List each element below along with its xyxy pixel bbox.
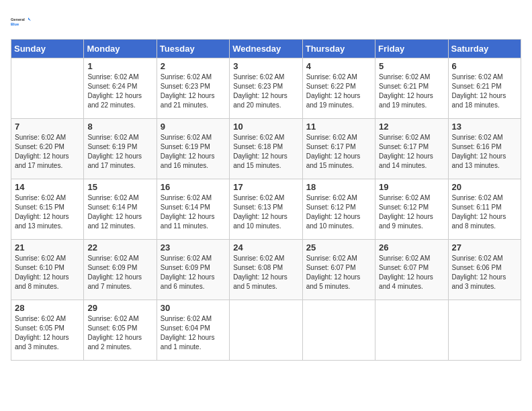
day-number: 20 <box>452 182 517 192</box>
day-info: Sunrise: 6:02 AM Sunset: 6:06 PM Dayligh… <box>452 254 517 291</box>
day-info: Sunrise: 6:02 AM Sunset: 6:21 PM Dayligh… <box>452 73 517 110</box>
calendar-cell: 4Sunrise: 6:02 AM Sunset: 6:22 PM Daylig… <box>302 58 375 119</box>
day-number: 6 <box>452 61 517 71</box>
day-number: 2 <box>161 61 226 71</box>
day-number: 13 <box>452 122 517 132</box>
day-number: 22 <box>87 242 152 253</box>
calendar-cell: 8Sunrise: 6:02 AM Sunset: 6:19 PM Daylig… <box>84 119 157 179</box>
day-number: 17 <box>233 182 298 192</box>
day-info: Sunrise: 6:02 AM Sunset: 6:16 PM Dayligh… <box>452 133 517 171</box>
day-number: 1 <box>87 61 152 71</box>
calendar-cell: 17Sunrise: 6:02 AM Sunset: 6:13 PM Dayli… <box>230 179 302 240</box>
day-number: 28 <box>15 303 80 313</box>
day-info: Sunrise: 6:02 AM Sunset: 6:11 PM Dayligh… <box>452 193 517 231</box>
day-info: Sunrise: 6:02 AM Sunset: 6:14 PM Dayligh… <box>87 193 152 231</box>
day-number: 25 <box>306 242 371 253</box>
calendar-cell: 2Sunrise: 6:02 AM Sunset: 6:23 PM Daylig… <box>157 58 229 119</box>
day-info: Sunrise: 6:02 AM Sunset: 6:08 PM Dayligh… <box>233 254 298 291</box>
day-number: 30 <box>161 303 226 313</box>
calendar-cell: 21Sunrise: 6:02 AM Sunset: 6:10 PM Dayli… <box>11 240 84 300</box>
day-number: 18 <box>306 182 371 192</box>
svg-marker-2 <box>28 17 31 21</box>
day-number: 10 <box>233 122 298 132</box>
calendar-cell <box>302 300 375 361</box>
logo: GeneralBlue <box>11 11 32 32</box>
calendar-cell: 25Sunrise: 6:02 AM Sunset: 6:07 PM Dayli… <box>302 240 375 300</box>
day-number: 14 <box>15 182 80 192</box>
day-number: 9 <box>161 122 226 132</box>
day-number: 16 <box>161 182 226 192</box>
calendar-cell: 20Sunrise: 6:02 AM Sunset: 6:11 PM Dayli… <box>448 179 521 240</box>
weekday-header-wednesday: Wednesday <box>230 40 302 58</box>
day-info: Sunrise: 6:02 AM Sunset: 6:12 PM Dayligh… <box>306 193 371 231</box>
weekday-header-friday: Friday <box>375 40 448 58</box>
day-info: Sunrise: 6:02 AM Sunset: 6:05 PM Dayligh… <box>15 314 80 352</box>
day-info: Sunrise: 6:02 AM Sunset: 6:21 PM Dayligh… <box>379 73 444 110</box>
day-info: Sunrise: 6:02 AM Sunset: 6:09 PM Dayligh… <box>87 254 152 291</box>
week-row-5: 28Sunrise: 6:02 AM Sunset: 6:05 PM Dayli… <box>11 300 521 361</box>
calendar-cell: 27Sunrise: 6:02 AM Sunset: 6:06 PM Dayli… <box>448 240 521 300</box>
day-info: Sunrise: 6:02 AM Sunset: 6:17 PM Dayligh… <box>306 133 371 171</box>
day-info: Sunrise: 6:02 AM Sunset: 6:20 PM Dayligh… <box>15 133 80 171</box>
calendar-cell: 1Sunrise: 6:02 AM Sunset: 6:24 PM Daylig… <box>84 58 157 119</box>
calendar-cell: 3Sunrise: 6:02 AM Sunset: 6:23 PM Daylig… <box>230 58 302 119</box>
calendar-cell <box>448 300 521 361</box>
day-number: 23 <box>161 242 226 253</box>
day-number: 5 <box>379 61 444 71</box>
logo-icon: GeneralBlue <box>11 11 32 32</box>
day-number: 12 <box>379 122 444 132</box>
calendar-cell: 28Sunrise: 6:02 AM Sunset: 6:05 PM Dayli… <box>11 300 84 361</box>
calendar-cell: 23Sunrise: 6:02 AM Sunset: 6:09 PM Dayli… <box>157 240 229 300</box>
weekday-header-sunday: Sunday <box>11 40 84 58</box>
calendar-cell: 7Sunrise: 6:02 AM Sunset: 6:20 PM Daylig… <box>11 119 84 179</box>
calendar-cell: 18Sunrise: 6:02 AM Sunset: 6:12 PM Dayli… <box>302 179 375 240</box>
page-header: GeneralBlue <box>11 11 521 32</box>
day-info: Sunrise: 6:02 AM Sunset: 6:19 PM Dayligh… <box>87 133 152 171</box>
weekday-header-row: SundayMondayTuesdayWednesdayThursdayFrid… <box>11 40 521 58</box>
svg-text:General: General <box>11 17 25 21</box>
day-info: Sunrise: 6:02 AM Sunset: 6:23 PM Dayligh… <box>161 73 226 110</box>
calendar-cell: 12Sunrise: 6:02 AM Sunset: 6:17 PM Dayli… <box>375 119 448 179</box>
calendar-cell <box>375 300 448 361</box>
calendar-cell: 30Sunrise: 6:02 AM Sunset: 6:04 PM Dayli… <box>157 300 229 361</box>
day-number: 21 <box>15 242 80 253</box>
week-row-4: 21Sunrise: 6:02 AM Sunset: 6:10 PM Dayli… <box>11 240 521 300</box>
weekday-header-tuesday: Tuesday <box>157 40 229 58</box>
day-info: Sunrise: 6:02 AM Sunset: 6:18 PM Dayligh… <box>233 133 298 171</box>
calendar-cell <box>11 58 84 119</box>
day-info: Sunrise: 6:02 AM Sunset: 6:19 PM Dayligh… <box>161 133 226 171</box>
day-number: 29 <box>87 303 152 313</box>
calendar-cell: 9Sunrise: 6:02 AM Sunset: 6:19 PM Daylig… <box>157 119 229 179</box>
day-number: 15 <box>87 182 152 192</box>
calendar-cell: 26Sunrise: 6:02 AM Sunset: 6:07 PM Dayli… <box>375 240 448 300</box>
day-number: 19 <box>379 182 444 192</box>
calendar-cell <box>230 300 302 361</box>
calendar-cell: 5Sunrise: 6:02 AM Sunset: 6:21 PM Daylig… <box>375 58 448 119</box>
calendar-cell: 6Sunrise: 6:02 AM Sunset: 6:21 PM Daylig… <box>448 58 521 119</box>
day-info: Sunrise: 6:02 AM Sunset: 6:12 PM Dayligh… <box>379 193 444 231</box>
weekday-header-saturday: Saturday <box>448 40 521 58</box>
calendar-cell: 10Sunrise: 6:02 AM Sunset: 6:18 PM Dayli… <box>230 119 302 179</box>
calendar-cell: 16Sunrise: 6:02 AM Sunset: 6:14 PM Dayli… <box>157 179 229 240</box>
day-number: 8 <box>87 122 152 132</box>
day-info: Sunrise: 6:02 AM Sunset: 6:17 PM Dayligh… <box>379 133 444 171</box>
calendar-cell: 13Sunrise: 6:02 AM Sunset: 6:16 PM Dayli… <box>448 119 521 179</box>
week-row-2: 7Sunrise: 6:02 AM Sunset: 6:20 PM Daylig… <box>11 119 521 179</box>
calendar-table: SundayMondayTuesdayWednesdayThursdayFrid… <box>11 39 521 361</box>
day-info: Sunrise: 6:02 AM Sunset: 6:13 PM Dayligh… <box>233 193 298 231</box>
day-info: Sunrise: 6:02 AM Sunset: 6:04 PM Dayligh… <box>161 314 226 352</box>
weekday-header-thursday: Thursday <box>302 40 375 58</box>
day-info: Sunrise: 6:02 AM Sunset: 6:15 PM Dayligh… <box>15 193 80 231</box>
day-number: 24 <box>233 242 298 253</box>
calendar-cell: 14Sunrise: 6:02 AM Sunset: 6:15 PM Dayli… <box>11 179 84 240</box>
day-info: Sunrise: 6:02 AM Sunset: 6:22 PM Dayligh… <box>306 73 371 110</box>
day-info: Sunrise: 6:02 AM Sunset: 6:09 PM Dayligh… <box>161 254 226 291</box>
day-number: 4 <box>306 61 371 71</box>
day-info: Sunrise: 6:02 AM Sunset: 6:10 PM Dayligh… <box>15 254 80 291</box>
day-info: Sunrise: 6:02 AM Sunset: 6:14 PM Dayligh… <box>161 193 226 231</box>
calendar-cell: 22Sunrise: 6:02 AM Sunset: 6:09 PM Dayli… <box>84 240 157 300</box>
calendar-cell: 24Sunrise: 6:02 AM Sunset: 6:08 PM Dayli… <box>230 240 302 300</box>
day-number: 27 <box>452 242 517 253</box>
week-row-3: 14Sunrise: 6:02 AM Sunset: 6:15 PM Dayli… <box>11 179 521 240</box>
calendar-cell: 29Sunrise: 6:02 AM Sunset: 6:05 PM Dayli… <box>84 300 157 361</box>
